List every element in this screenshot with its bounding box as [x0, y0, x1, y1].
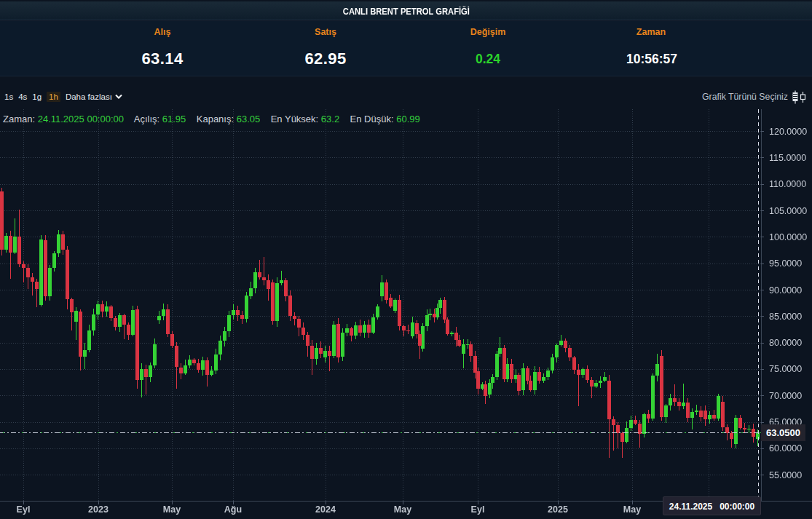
svg-text:80.0000: 80.0000 — [769, 338, 802, 348]
svg-text:Ağu: Ağu — [224, 504, 242, 515]
svg-text:90.0000: 90.0000 — [769, 285, 802, 296]
svg-text:55.0000: 55.0000 — [769, 470, 802, 480]
svg-text:May: May — [623, 504, 641, 515]
svg-text:75.0000: 75.0000 — [769, 364, 802, 374]
svg-text:Eyl: Eyl — [17, 504, 31, 515]
svg-text:70.0000: 70.0000 — [769, 391, 802, 401]
svg-text:120.0000: 120.0000 — [769, 127, 807, 137]
svg-text:May: May — [163, 504, 181, 515]
svg-text:2025: 2025 — [548, 504, 568, 515]
svg-text:Eyl: Eyl — [471, 504, 485, 515]
svg-text:100.0000: 100.0000 — [769, 232, 807, 242]
svg-text:115.0000: 115.0000 — [769, 153, 806, 163]
svg-text:110.0000: 110.0000 — [769, 179, 806, 189]
svg-text:2023: 2023 — [88, 504, 109, 515]
svg-text:May: May — [394, 504, 411, 515]
svg-text:2024: 2024 — [315, 504, 336, 515]
svg-text:105.0000: 105.0000 — [769, 206, 807, 216]
svg-text:60.0000: 60.0000 — [769, 443, 802, 453]
svg-text:95.0000: 95.0000 — [769, 258, 802, 269]
svg-text:85.0000: 85.0000 — [769, 312, 802, 322]
